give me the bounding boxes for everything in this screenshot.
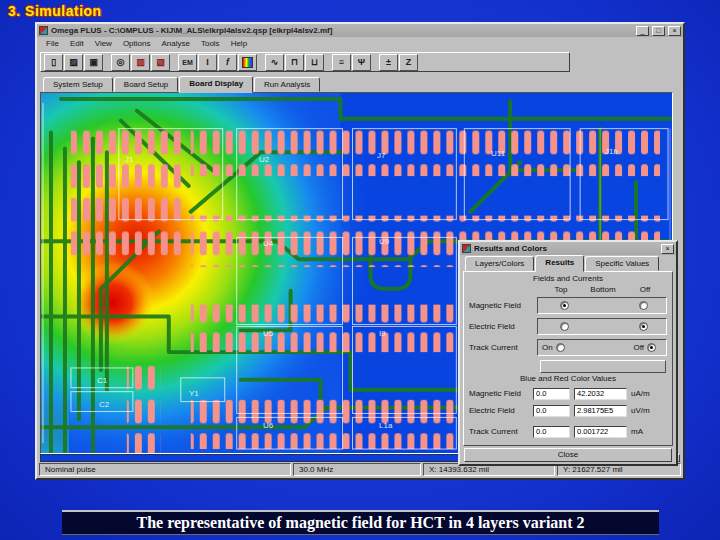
component-label: U11 [491,149,505,158]
dialog-tab-results[interactable]: Results [535,255,584,272]
track-blue-input[interactable]: 0.0 [533,426,570,438]
fields-section-title: Fields and Currents [464,274,672,285]
status-mode: Nominal pulse [39,463,291,476]
new-file-icon: ▯ [51,57,56,67]
status-frequency: 30.0 MHz [293,463,421,476]
electric-red-input[interactable]: 2.98175E5 [574,405,627,417]
dialog-title: Results and Colors [474,244,658,253]
component-label: Y1 [189,389,199,398]
spectrum-icon [242,57,253,68]
zoom-button[interactable]: Z [399,54,418,71]
frequency-icon: f [226,57,229,67]
close-button[interactable]: × [668,26,681,36]
magnetic-field-options [537,297,667,314]
plot-lower-button[interactable]: ⊔ [305,54,324,71]
track-off-radio[interactable] [647,343,656,352]
menu-file[interactable]: File [41,39,64,48]
magnetic-values-row: Magnetic Field 0.0 42.2032 uA/m [464,385,672,402]
menu-options[interactable]: Options [118,39,156,48]
menu-help[interactable]: Help [226,39,252,48]
presentation-slide: 3. Simulation Omega PLUS - C:\OMPLUS - K… [0,0,720,540]
waveform-button[interactable]: ∿ [265,54,284,71]
menu-bar: FileEditViewOptionsAnalyseToolsHelp [37,37,683,50]
tab-board-display[interactable]: Board Display [179,76,253,93]
list-icon: ≡ [339,57,344,67]
column-top: Top [540,285,582,295]
dialog-tabs: Layers/ColorsResultsSpecific Values [460,255,676,271]
component-label: U6 [263,421,273,430]
electric-off-radio[interactable] [639,322,648,331]
current-button[interactable]: I [198,54,217,71]
component-icon: ▧ [156,57,165,67]
plot-upper-icon: ⊓ [291,57,298,67]
slide-title: 3. Simulation [8,3,102,19]
save-button[interactable]: ▣ [84,54,103,71]
component-label: I9 [379,329,386,338]
magnetic-top-radio[interactable] [560,301,569,310]
tab-board-setup[interactable]: Board Setup [114,77,178,92]
maximize-button[interactable]: □ [652,26,665,36]
open-folder-button[interactable]: ▨ [64,54,83,71]
plot-upper-button[interactable]: ⊓ [285,54,304,71]
minimize-button[interactable]: _ [636,26,649,36]
toolbar: ▯▨▣◎▥▧EMIf∿⊓⊔≡Ψ±Z [37,50,683,74]
component-label: C1 [97,376,107,385]
magnetic-values-label: Magnetic Field [469,389,529,398]
em-field-button[interactable]: EM [178,54,197,71]
electric-unit: uV/m [631,406,650,415]
menu-edit[interactable]: Edit [65,39,89,48]
component-label: J7 [377,151,385,160]
column-bottom: Bottom [582,285,624,295]
menu-view[interactable]: View [90,39,117,48]
em-field-icon: EM [182,59,193,66]
frequency-button[interactable]: f [218,54,237,71]
dialog-tab-specific-values[interactable]: Specific Values [585,256,659,271]
dialog-titlebar[interactable]: Results and Colors × [460,242,676,255]
close-dialog-button[interactable]: Close [464,448,672,462]
dialog-tab-layers-colors[interactable]: Layers/Colors [465,256,534,271]
magnetic-red-input[interactable]: 42.2032 [574,388,627,400]
electric-values-label: Electric Field [469,406,529,415]
component-label: C2 [99,400,109,409]
track-values-label: Track Current [469,427,529,436]
net-icon: Ψ [358,57,365,67]
track-on-radio[interactable] [556,343,565,352]
electric-top-radio[interactable] [560,322,569,331]
dialog-icon [462,244,471,253]
electric-blue-input[interactable]: 0.0 [533,405,570,417]
component-button[interactable]: ▧ [151,54,170,71]
report-icon: ▥ [136,57,145,67]
magnetic-off-radio[interactable] [639,301,648,310]
track-red-input[interactable]: 0.001722 [574,426,627,438]
track-current-options: On Off [537,339,667,356]
new-file-button[interactable]: ▯ [44,54,63,71]
magnetic-field-label: Magnetic Field [469,301,537,310]
tab-system-setup[interactable]: System Setup [43,77,113,92]
spacer-panel [540,360,666,373]
dialog-close-icon[interactable]: × [661,244,674,254]
electric-values-row: Electric Field 0.0 2.98175E5 uV/m [464,402,672,419]
column-off: Off [624,285,666,295]
magnetic-blue-input[interactable]: 0.0 [533,388,570,400]
track-unit: mA [631,427,643,436]
plot-lower-icon: ⊔ [311,57,318,67]
component-label: U5 [263,329,273,338]
save-icon: ▣ [89,57,98,67]
dialog-footer: Close [460,446,676,464]
board-view-button[interactable]: ◎ [111,54,130,71]
track-current-row: Track Current On Off [464,337,672,358]
track-current-label: Track Current [469,343,537,352]
net-button[interactable]: Ψ [352,54,371,71]
tab-run-analysis[interactable]: Run Analysis [254,77,320,92]
report-button[interactable]: ▥ [131,54,150,71]
spectrum-button[interactable] [238,54,257,71]
tolerance-button[interactable]: ± [379,54,398,71]
dialog-panel: Fields and Currents Top Bottom Off Magne… [463,271,673,446]
off-label: Off [633,343,644,352]
list-button[interactable]: ≡ [332,54,351,71]
component-label: U9 [379,237,389,246]
app-icon [39,26,48,35]
window-titlebar[interactable]: Omega PLUS - C:\OMPLUS - KIJ\M_ALS\elkrp… [37,24,683,37]
menu-tools[interactable]: Tools [196,39,225,48]
menu-analyse[interactable]: Analyse [156,39,194,48]
